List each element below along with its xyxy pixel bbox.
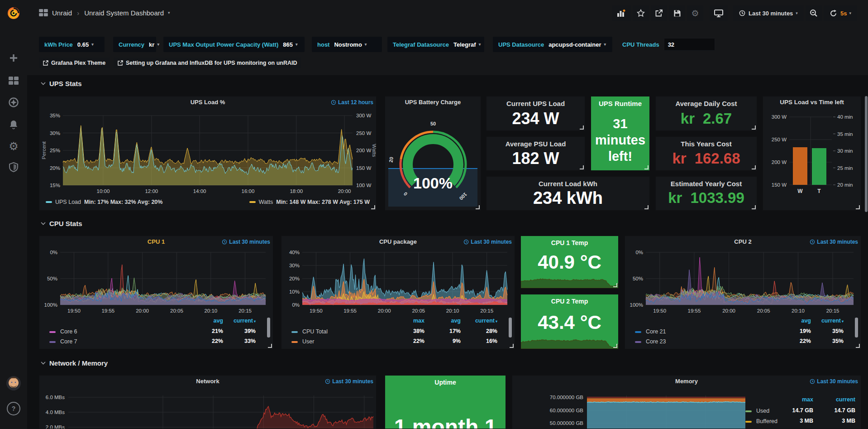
variable-value-dropdown[interactable]: 865▾: [283, 41, 297, 48]
section-ups-stats[interactable]: UPS Stats: [41, 80, 82, 87]
legend-series-name[interactable]: Core 6: [60, 328, 77, 335]
panel-title[interactable]: Current UPS Load: [486, 100, 585, 107]
save-dashboard-button[interactable]: [669, 5, 685, 21]
panel-resize-handle[interactable]: [580, 125, 584, 130]
variable-value-dropdown[interactable]: apcupsd-container▾: [548, 41, 606, 48]
sidebar-dashboards-button[interactable]: [0, 72, 27, 90]
refresh-interval-label[interactable]: 5s: [840, 10, 847, 17]
panel-resize-handle[interactable]: [752, 205, 756, 209]
panel-time-range-badge[interactable]: Last 12 hours: [331, 99, 373, 106]
chevron-down-icon[interactable]: ▾: [849, 11, 851, 15]
legend-swatch[interactable]: [745, 421, 752, 423]
panel-resize-handle[interactable]: [510, 344, 514, 348]
panel-title[interactable]: Uptime: [385, 379, 506, 386]
panel-resize-handle[interactable]: [613, 344, 617, 348]
legend-series-name[interactable]: Used: [756, 408, 769, 414]
legend-header-max[interactable]: max: [413, 318, 424, 324]
share-dashboard-button[interactable]: [651, 5, 667, 21]
zoom-out-time-button[interactable]: [806, 5, 822, 21]
panel-time-range-badge[interactable]: Last 30 minutes: [810, 378, 858, 385]
panel-resize-handle[interactable]: [613, 283, 617, 287]
legend-header-avg[interactable]: avg: [801, 318, 811, 324]
variable-value-dropdown[interactable]: 0.65▾: [77, 41, 94, 48]
refresh-button[interactable]: 5s ▾: [824, 5, 857, 21]
legend-header-max[interactable]: max: [802, 396, 813, 403]
panel-title[interactable]: Current Load kWh: [486, 180, 649, 188]
panel-title[interactable]: UPS Runtime: [591, 100, 649, 107]
legend-series-name[interactable]: User: [302, 338, 314, 345]
legend-header-current[interactable]: current▾: [475, 318, 497, 324]
sidebar-server-admin-button[interactable]: [0, 158, 27, 176]
star-dashboard-button[interactable]: [633, 5, 649, 21]
legend-swatch[interactable]: [49, 341, 56, 343]
dashboard-settings-button[interactable]: ⚙: [687, 5, 703, 21]
legend-scrollbar[interactable]: [855, 318, 858, 337]
legend-item[interactable]: Watts Min: 148 W Max: 278 W Avg: 175 W: [249, 199, 370, 205]
time-range-picker[interactable]: Last 30 minutes ▾: [733, 5, 804, 21]
legend-header-current[interactable]: current▾: [234, 318, 256, 324]
panel-time-range-badge[interactable]: Last 30 minutes: [463, 239, 512, 245]
panel-resize-handle[interactable]: [371, 205, 375, 209]
breadcrumb-folder[interactable]: Unraid: [52, 9, 72, 17]
cpu-threads-input[interactable]: 32: [664, 38, 715, 51]
breadcrumb-dashboard-title[interactable]: Unraid System Dashboard: [84, 9, 164, 17]
legend-header-avg[interactable]: avg: [213, 318, 223, 324]
panel-resize-handle[interactable]: [644, 205, 649, 209]
grafana-logo[interactable]: [0, 4, 27, 22]
legend-series-name[interactable]: Core 23: [646, 338, 666, 345]
sidebar-alerting-button[interactable]: [0, 116, 27, 134]
panel-title[interactable]: CPU 1 Temp: [521, 239, 618, 246]
sidebar-explore-button[interactable]: [0, 93, 27, 111]
page-scrollbar[interactable]: [865, 96, 868, 212]
ups-load-vs-time-chart[interactable]: 300 W250 W200 W150 W40 min35 min30 min25…: [763, 96, 861, 210]
variable-value-dropdown[interactable]: Telegraf▾: [453, 41, 481, 48]
panel-resize-handle[interactable]: [268, 344, 272, 348]
panel-resize-handle[interactable]: [856, 344, 860, 348]
legend-series-name[interactable]: Core 7: [60, 338, 77, 345]
legend-swatch[interactable]: [635, 331, 641, 333]
section-network-memory[interactable]: Network / Memory: [41, 359, 108, 367]
dashboard-link-plex-theme[interactable]: Grafana Plex Theme: [39, 58, 110, 68]
ups-load-chart[interactable]: 15%20%25%30%35%100 W150 W200 W250 W300 W…: [39, 96, 376, 210]
legend-series-name[interactable]: CPU Total: [302, 328, 328, 335]
sidebar-configuration-button[interactable]: ⚙: [0, 137, 27, 155]
panel-resize-handle[interactable]: [580, 165, 584, 169]
panel-title[interactable]: Memory: [512, 378, 861, 385]
legend-header-avg[interactable]: avg: [451, 318, 461, 324]
cycle-view-mode-button[interactable]: [710, 5, 728, 21]
panel-title[interactable]: Estimated Yearly Cost: [656, 180, 757, 188]
legend-swatch[interactable]: [291, 331, 298, 333]
legend-swatch[interactable]: [49, 331, 56, 333]
panel-title[interactable]: Average PSU Load: [486, 140, 585, 148]
legend-item[interactable]: UPS Load Min: 17% Max: 32% Avg: 20%: [46, 199, 162, 205]
dashboard-link-ups-monitoring-guide[interactable]: Setting up Grafana and InfluxDB for UPS …: [114, 58, 301, 68]
panel-title[interactable]: UPS Battery Charge: [385, 99, 481, 106]
panel-resize-handle[interactable]: [752, 125, 756, 130]
panel-resize-handle[interactable]: [856, 205, 860, 209]
panel-resize-handle[interactable]: [644, 165, 649, 169]
chevron-down-icon[interactable]: ▾: [168, 11, 170, 15]
legend-header-current[interactable]: current: [836, 396, 855, 403]
panel-time-range-badge[interactable]: Last 30 minutes: [810, 239, 858, 245]
legend-swatch[interactable]: [635, 341, 641, 343]
panel-title[interactable]: CPU 2 Temp: [521, 298, 618, 305]
section-cpu-stats[interactable]: CPU Stats: [41, 220, 82, 227]
variable-value-dropdown[interactable]: kr▾: [149, 41, 159, 48]
panel-time-range-badge[interactable]: Last 30 minutes: [222, 239, 270, 245]
panel-title[interactable]: This Years Cost: [656, 140, 757, 148]
panel-resize-handle[interactable]: [476, 205, 480, 209]
ups-battery-gauge[interactable]: 02050100: [385, 96, 481, 210]
legend-scrollbar[interactable]: [267, 318, 270, 337]
sidebar-user-avatar[interactable]: [0, 374, 27, 392]
sidebar-help-button[interactable]: ?: [0, 400, 27, 418]
legend-swatch[interactable]: [745, 410, 752, 412]
add-panel-button[interactable]: [612, 5, 631, 21]
legend-header-current[interactable]: current▾: [821, 318, 844, 324]
variable-value-dropdown[interactable]: Nostromo▾: [334, 41, 367, 48]
panel-title[interactable]: UPS Load vs Time left: [763, 99, 861, 106]
panel-title[interactable]: Average Daily Cost: [656, 100, 757, 107]
legend-series-name[interactable]: Core 21: [646, 328, 666, 335]
panel-time-range-badge[interactable]: Last 30 minutes: [325, 378, 373, 385]
sidebar-create-button[interactable]: [0, 49, 27, 67]
panel-title[interactable]: UPS Load %: [39, 99, 376, 106]
